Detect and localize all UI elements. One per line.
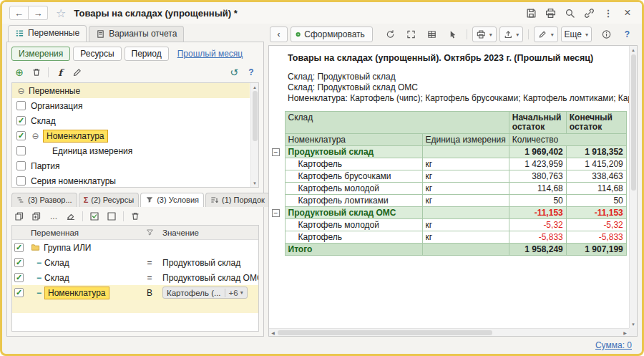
- view-resources-button[interactable]: Ресурсы: [73, 47, 121, 61]
- report-cell-name[interactable]: Итого: [285, 244, 422, 256]
- preview-icon[interactable]: [564, 7, 575, 19]
- tab-order[interactable]: (1) Порядок: [205, 193, 270, 207]
- condition-row[interactable]: − Склад = Продуктовый склад: [12, 255, 258, 270]
- conditions-col-value[interactable]: Значение: [162, 228, 258, 237]
- tree-scrollbar[interactable]: ▲ ▼: [250, 83, 258, 187]
- edit-button[interactable]: [69, 65, 85, 80]
- report-cell-start[interactable]: -11,153: [509, 207, 566, 219]
- condition-value[interactable]: Продуктовый склад: [162, 258, 258, 268]
- tree-row[interactable]: Серия номенклатуры: [12, 173, 250, 188]
- tab-report-variants[interactable]: Варианты отчета: [89, 26, 184, 42]
- edit-dropdown-button[interactable]: ▾: [534, 27, 558, 42]
- report-row[interactable]: Итого1 958,2491 907,199: [269, 244, 626, 256]
- tab-resources[interactable]: Σ (2) Ресурсы: [79, 193, 139, 207]
- report-cell-name[interactable]: Картофель ломтиками: [285, 195, 422, 207]
- report-cell-name[interactable]: Картофель: [285, 158, 422, 170]
- report-cell-start[interactable]: -5,32: [509, 219, 566, 231]
- function-button[interactable]: f: [52, 65, 68, 80]
- scrollbar-thumb[interactable]: [631, 54, 636, 191]
- uncheck-all-button[interactable]: [104, 209, 119, 223]
- print-dropdown-button[interactable]: ▾: [472, 27, 497, 42]
- report-hscrollbar[interactable]: ◀ ▶: [269, 328, 629, 336]
- report-cell-start[interactable]: 1 969,402: [509, 146, 566, 158]
- table-settings-button[interactable]: [423, 27, 441, 42]
- report-row[interactable]: Картофель молодойкг114,68114,68: [269, 183, 626, 195]
- tree-row[interactable]: ⊖ Номенклатура: [12, 128, 250, 143]
- report-cell-end[interactable]: 1 415,209: [566, 158, 626, 170]
- refresh-button[interactable]: [381, 27, 399, 42]
- help-button-right[interactable]: ?: [618, 27, 636, 42]
- report-cell-end[interactable]: 50: [566, 195, 626, 207]
- checkbox[interactable]: [16, 176, 26, 186]
- back-button[interactable]: ←: [9, 6, 29, 20]
- report-header-cell[interactable]: Конечный остаток: [566, 112, 626, 134]
- link-icon[interactable]: [583, 7, 595, 19]
- cursor-select-button[interactable]: [444, 27, 462, 42]
- scrollbar-thumb[interactable]: [278, 330, 492, 335]
- report-cell-name[interactable]: Продуктовый склад ОМС: [285, 207, 422, 219]
- tab-conditions[interactable]: (3) Условия: [140, 193, 204, 207]
- check-all-button[interactable]: [87, 209, 102, 223]
- condition-row-selected[interactable]: − Номенклатура В Картофель (... +6 ▾: [12, 285, 258, 300]
- checkbox[interactable]: [16, 116, 26, 125]
- save-dropdown-button[interactable]: ▾: [499, 27, 524, 42]
- report-cell-start[interactable]: 50: [509, 195, 566, 207]
- scroll-up-icon[interactable]: ▲: [630, 46, 637, 54]
- condition-row[interactable]: Группа ИЛИ: [12, 240, 258, 255]
- scroll-right-icon[interactable]: ▶: [621, 329, 629, 336]
- report-cell-end[interactable]: 1 907,199: [566, 244, 626, 256]
- report-cell-name[interactable]: Картофель: [285, 231, 422, 244]
- checkbox[interactable]: [14, 243, 24, 252]
- sum-link[interactable]: Сумма: 0: [595, 340, 632, 350]
- report-cell-end[interactable]: -5,833: [566, 231, 626, 244]
- report-cell-end[interactable]: 114,68: [566, 183, 626, 195]
- report-header-cell[interactable]: Количество: [509, 134, 626, 146]
- report-cell-start[interactable]: 1 958,249: [509, 244, 566, 256]
- report-header-cell[interactable]: Номенклатура: [285, 134, 422, 146]
- report-row[interactable]: Картофелькг-5,833-5,833: [269, 231, 626, 244]
- report-cell-name[interactable]: Картофель молодой: [285, 183, 422, 195]
- collapse-settings-button[interactable]: ‹: [270, 27, 288, 42]
- checkbox[interactable]: [16, 146, 26, 155]
- view-dimensions-button[interactable]: Измерения: [11, 47, 70, 61]
- report-vscrollbar[interactable]: ▲ ▼: [629, 46, 637, 328]
- scroll-left-icon[interactable]: ◀: [269, 329, 277, 336]
- report-cell-end[interactable]: 1 918,352: [566, 146, 626, 158]
- report-cell-unit[interactable]: кг: [422, 195, 509, 207]
- close-icon[interactable]: ×: [622, 7, 633, 19]
- report-cell-start[interactable]: 1 423,959: [509, 158, 566, 170]
- add-group-button[interactable]: [29, 209, 44, 223]
- report-row[interactable]: Картофелькг1 423,9591 415,209: [269, 158, 626, 170]
- report-cell-start[interactable]: 380,763: [509, 170, 566, 183]
- report-cell-name[interactable]: Картофель молодой: [285, 219, 422, 231]
- report-header-cell[interactable]: Начальный остаток: [509, 112, 566, 134]
- report-cell-unit[interactable]: кг: [422, 158, 509, 170]
- forward-button[interactable]: →: [29, 6, 48, 20]
- scroll-down-icon[interactable]: ▼: [251, 179, 258, 187]
- help-button[interactable]: ?: [243, 65, 259, 80]
- report-row[interactable]: Картофель брусочкамикг380,763338,463: [269, 170, 626, 183]
- report-cell-end[interactable]: -5,32: [566, 219, 626, 231]
- scrollbar-thumb[interactable]: [253, 91, 258, 141]
- reset-settings-button[interactable]: ↺: [226, 65, 242, 80]
- scroll-down-icon[interactable]: ▼: [630, 320, 637, 328]
- report-cell-start[interactable]: -5,833: [509, 231, 566, 244]
- report-cell-name[interactable]: Продуктовый склад: [285, 146, 422, 158]
- report-row[interactable]: Картофель ломтикамикг5050: [269, 195, 626, 207]
- delete-condition-button[interactable]: [127, 209, 143, 223]
- tab-groupings[interactable]: (3) Развор...: [11, 193, 77, 207]
- condition-value[interactable]: Продуктовый склад ОМС: [162, 273, 258, 283]
- report-cell-name[interactable]: Картофель брусочками: [285, 170, 422, 183]
- report-cell-unit[interactable]: кг: [422, 219, 509, 231]
- add-button[interactable]: ⊕: [11, 65, 27, 80]
- info-button[interactable]: [597, 27, 615, 42]
- collapse-icon[interactable]: ⊖: [31, 131, 40, 141]
- checkbox[interactable]: [16, 131, 26, 140]
- tree-row[interactable]: Единица измерения: [12, 143, 250, 158]
- report-header-cell[interactable]: Склад: [285, 112, 509, 134]
- clear-button[interactable]: [63, 209, 79, 223]
- report-cell-end[interactable]: 338,463: [566, 170, 626, 183]
- conditions-col-field[interactable]: Переменная: [31, 228, 137, 237]
- report-row[interactable]: −Продуктовый склад ОМС-11,153-11,153: [269, 207, 626, 219]
- report-row[interactable]: −Продуктовый склад1 969,4021 918,352: [269, 146, 626, 158]
